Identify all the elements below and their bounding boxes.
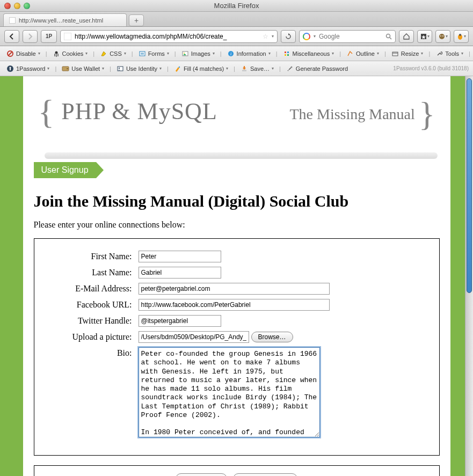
css-menu[interactable]: CSS▾: [98, 49, 128, 58]
window-title: Mozilla Firefox: [0, 2, 473, 10]
css-icon: [100, 50, 107, 57]
save-icon: [241, 65, 248, 72]
bookmarks-button[interactable]: ▾: [417, 30, 432, 43]
chevron-down-icon: ▾: [427, 34, 430, 39]
cookies-menu[interactable]: Cookies▾: [50, 49, 90, 58]
onep-label: 1P: [46, 33, 52, 39]
bio-textarea[interactable]: [139, 347, 320, 437]
tools-icon: [435, 50, 443, 57]
scrollbar-thumb[interactable]: [467, 78, 472, 293]
toolbar-label: Images: [191, 50, 210, 57]
tools-menu[interactable]: Tools▾: [433, 49, 465, 58]
label-bio: Bio:: [48, 347, 139, 358]
miscellaneous-menu[interactable]: Miscellaneous▾: [281, 49, 337, 58]
svg-point-4: [439, 34, 445, 39]
label-upload: Upload a picture:: [48, 331, 139, 342]
svg-point-8: [459, 34, 461, 36]
toolbar-label: Use Wallet: [71, 65, 100, 72]
use-identity-menu[interactable]: Use Identity▾: [114, 64, 164, 74]
join-button[interactable]: Join the Club: [176, 473, 227, 476]
images-icon: [181, 50, 189, 57]
svg-point-6: [442, 35, 443, 36]
save-menu[interactable]: Save…▾: [238, 64, 276, 74]
google-icon: [303, 33, 310, 40]
search-icon[interactable]: [385, 33, 392, 40]
home-button[interactable]: [399, 30, 414, 43]
onepassword-menu[interactable]: 1Password▾: [4, 64, 52, 74]
disable-menu[interactable]: Disable▾: [4, 49, 42, 58]
svg-text:i: i: [230, 52, 231, 56]
identity-icon: [117, 65, 124, 72]
file-path-input[interactable]: [139, 331, 249, 343]
toolbar-label: Disable: [16, 50, 36, 57]
firebug-button[interactable]: ▾: [454, 30, 469, 43]
new-tab-button[interactable]: +: [129, 14, 144, 26]
page-instruction: Please enter your online connections bel…: [34, 220, 440, 230]
toolbar-label: Generate Password: [296, 65, 348, 72]
information-menu[interactable]: i Information▾: [225, 49, 273, 58]
reload-button[interactable]: [281, 30, 296, 43]
url-dropdown-icon[interactable]: ▾: [272, 34, 274, 39]
generate-password-menu[interactable]: Generate Password: [284, 64, 350, 74]
toolbar-label: Resize: [401, 50, 419, 57]
greasemonkey-button[interactable]: ▾: [435, 30, 450, 43]
last-name-input[interactable]: [139, 267, 221, 279]
forward-button[interactable]: [23, 30, 38, 43]
webdev-toolbar: Disable▾ | Cookies▾ | CSS▾ | Forms▾ | Im…: [0, 46, 473, 61]
svg-rect-12: [140, 52, 145, 56]
form-actions: Join the Club Clear and Restart: [34, 465, 440, 476]
url-input[interactable]: [75, 33, 259, 40]
tab-strip: http://www.yell…reate_user.html +: [0, 12, 473, 27]
browse-button[interactable]: Browse…: [251, 332, 293, 342]
resize-menu[interactable]: Resize▾: [389, 49, 426, 58]
svg-point-1: [387, 34, 390, 38]
email-input[interactable]: [139, 283, 330, 295]
outline-menu[interactable]: Outline▾: [344, 49, 381, 58]
first-name-input[interactable]: [139, 251, 221, 262]
search-box[interactable]: ▾: [299, 30, 396, 43]
brace-left-icon: {: [38, 93, 55, 131]
twitter-input[interactable]: [139, 315, 221, 327]
page-title: Join the Missing Manual (Digital) Social…: [34, 192, 440, 210]
tab-title: http://www.yell…reate_user.html: [19, 17, 103, 24]
window-titlebar: Mozilla Firefox: [0, 0, 473, 12]
toolbar-label: 1Password: [16, 65, 45, 72]
toolbar-label: Use Identity: [126, 65, 157, 72]
clear-button[interactable]: Clear and Restart: [233, 473, 297, 476]
header-divider: [45, 152, 438, 159]
svg-point-5: [440, 35, 441, 36]
fill-menu[interactable]: Fill (4 matches)▾: [172, 64, 230, 74]
brand-title: PHP & MySQL: [61, 98, 217, 125]
bookmark-star-icon[interactable]: ☆: [263, 33, 268, 40]
toolbar-label: Information: [237, 50, 266, 57]
viewport: { PHP & MySQL The Missing Manual } User …: [0, 76, 473, 476]
forms-menu[interactable]: Forms▾: [136, 49, 171, 58]
facebook-input[interactable]: [139, 299, 330, 311]
toolbar-label: Forms: [148, 50, 165, 57]
svg-point-37: [290, 66, 292, 68]
site-favicon-icon: [64, 33, 71, 40]
svg-point-33: [179, 66, 180, 67]
onepassword-icon: [6, 65, 14, 72]
misc-icon: [283, 50, 290, 57]
label-twitter: Twitter Handle:: [48, 315, 139, 326]
vertical-scrollbar[interactable]: [465, 76, 473, 476]
use-wallet-menu[interactable]: Use Wallet▾: [60, 64, 106, 74]
svg-point-11: [55, 51, 57, 54]
images-menu[interactable]: Images▾: [179, 49, 217, 58]
url-bar[interactable]: ☆ ▾: [60, 30, 278, 43]
back-button[interactable]: [4, 30, 19, 43]
search-engine-dropdown-icon[interactable]: ▾: [314, 34, 316, 39]
svg-rect-0: [64, 33, 71, 40]
browser-tab[interactable]: http://www.yell…reate_user.html: [3, 13, 127, 26]
navigation-toolbar: 1P ☆ ▾ ▾ ▾ ▾ ▾: [0, 27, 473, 46]
svg-rect-23: [392, 52, 398, 56]
toolbar-label: Fill (4 matches): [184, 65, 224, 72]
toolbar-label: CSS: [110, 50, 122, 57]
page-favicon-icon: [9, 17, 16, 24]
label-last-name: Last Name:: [48, 267, 139, 277]
toolbar-label: Save…: [250, 65, 270, 72]
page-content: { PHP & MySQL The Missing Manual } User …: [23, 76, 450, 476]
onepassword-button[interactable]: 1P: [41, 30, 57, 43]
search-input[interactable]: [319, 33, 382, 40]
